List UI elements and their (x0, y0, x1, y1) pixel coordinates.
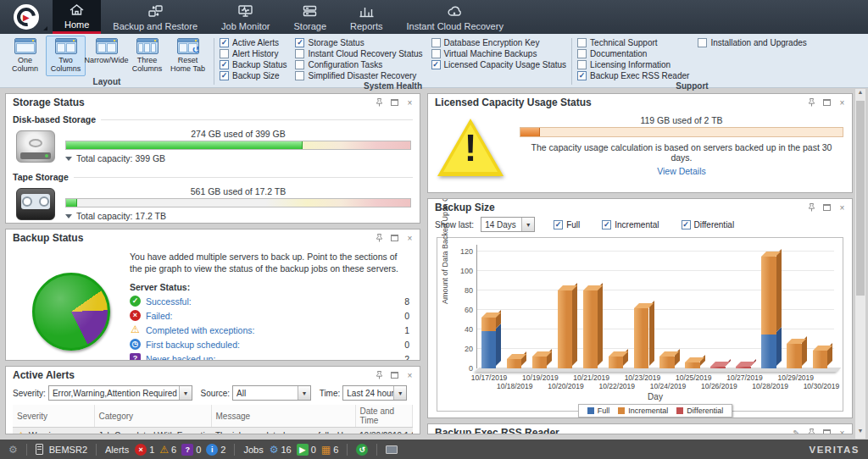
layout-button-one-column[interactable]: OneColumn (5, 36, 45, 76)
bar-segment-incremental[interactable] (532, 357, 547, 368)
bar-segment-differential[interactable] (710, 367, 725, 368)
system-health-checkbox-alert-history[interactable]: Alert History (220, 49, 287, 58)
system-health-checkbox-instant-cloud-recovery-status[interactable]: Instant Cloud Recovery Status (295, 49, 422, 58)
storage-capacity-row[interactable]: Total capacity: 399 GB (65, 153, 411, 163)
system-health-checkbox-active-alerts[interactable]: ✓Active Alerts (220, 38, 287, 47)
vertical-scrollbar[interactable]: ▲ ▼ (854, 88, 866, 440)
column-header-severity[interactable]: Severity (13, 405, 94, 428)
close-icon[interactable]: × (405, 371, 415, 379)
bar-segment-incremental[interactable] (787, 344, 801, 368)
bar-segment-incremental[interactable] (813, 351, 827, 368)
column-header-date-and-time[interactable]: Date and Time (355, 405, 413, 428)
chart-filter-checkbox-full[interactable]: ✓Full (554, 220, 580, 230)
maximize-icon[interactable] (823, 204, 831, 211)
alert-counter[interactable]: i2 (206, 444, 225, 456)
tab-home[interactable]: Home (53, 0, 101, 34)
scroll-up-arrow-icon[interactable]: ▲ (855, 89, 865, 100)
column-header-message[interactable]: Message (211, 405, 355, 428)
system-health-checkbox-backup-size[interactable]: ✓Backup Size (220, 71, 287, 80)
alert-counter[interactable]: ×1 (135, 444, 154, 456)
support-checkbox-licensing-information[interactable]: Licensing Information (577, 60, 689, 69)
pin-icon[interactable] (375, 371, 384, 379)
bar-segment-incremental[interactable] (609, 357, 623, 368)
server-status-label[interactable]: First backup scheduled: (146, 340, 240, 350)
maximize-icon[interactable] (823, 429, 831, 434)
server-status-label[interactable]: Failed: (146, 311, 173, 321)
computer-icon[interactable] (386, 445, 398, 454)
support-checkbox-backup-exec-rss-reader[interactable]: ✓Backup Exec RSS Reader (577, 71, 689, 80)
close-icon[interactable]: × (837, 203, 847, 212)
maximize-icon[interactable] (391, 235, 398, 241)
job-counter[interactable]: ▦6 (321, 445, 338, 455)
storage-capacity-row[interactable]: Total capacity: 17.2 TB (65, 211, 411, 221)
column-header-category[interactable]: Category (94, 405, 211, 428)
layout-button-reset-home-tab[interactable]: ↺ResetHome Tab (168, 36, 208, 76)
tab-storage[interactable]: Storage (282, 0, 339, 34)
layout-button-narrow-wide[interactable]: Narrow/Wide (86, 36, 126, 67)
bar-segment-incremental[interactable] (558, 290, 572, 368)
view-details-link[interactable]: View Details (520, 166, 843, 176)
bar-segment-incremental[interactable] (761, 257, 776, 335)
chart-filter-checkbox-incremental[interactable]: ✓Incremental (602, 220, 659, 230)
close-icon[interactable]: × (837, 429, 847, 434)
server-status-pie-chart[interactable] (32, 273, 110, 351)
close-icon[interactable]: × (405, 98, 415, 107)
server-status-label[interactable]: Completed with exceptions: (146, 325, 254, 335)
tab-label: Storage (294, 21, 327, 31)
server-name[interactable]: BEMSR2 (49, 445, 87, 455)
tab-job-monitor[interactable]: Job Monitor (209, 0, 281, 34)
alert-counter[interactable]: ?0 (181, 444, 201, 456)
scrollbar-thumb[interactable] (856, 101, 865, 296)
table-row[interactable]: ⚠WarningJob Completed With ExceptionsThe… (13, 428, 413, 435)
tab-instant-cloud-recovery[interactable]: Instant Cloud Recovery (395, 0, 515, 34)
bar-segment-differential[interactable] (736, 367, 750, 368)
layout-button-three-columns[interactable]: ThreeColumns (127, 36, 167, 76)
server-status-item: ×Failed:0 (130, 310, 409, 321)
pin-icon[interactable] (807, 98, 816, 107)
maximize-icon[interactable] (391, 99, 398, 106)
server-status-label[interactable]: Successful: (146, 296, 192, 307)
job-counter[interactable]: ⚙16 (270, 445, 292, 455)
alert-counter[interactable]: ⚠6 (159, 445, 176, 455)
scroll-down-arrow-icon[interactable]: ▼ (855, 428, 865, 439)
show-last-select[interactable]: 14 Days ▾ (481, 217, 535, 232)
filter-select-source[interactable]: All▾ (232, 385, 311, 401)
edit-icon[interactable]: ✎ (792, 429, 801, 434)
bar-segment-incremental[interactable] (481, 318, 496, 331)
tab-backup-and-restore[interactable]: Backup and Restore (101, 0, 209, 34)
close-icon[interactable]: × (837, 98, 847, 107)
tab-reports[interactable]: Reports (338, 0, 395, 34)
bar-segment-full[interactable] (761, 335, 776, 368)
chart-filter-checkbox-differential[interactable]: ✓Differential (682, 220, 735, 230)
system-health-checkbox-storage-status[interactable]: ✓Storage Status (295, 38, 422, 47)
bar-segment-full[interactable] (481, 331, 496, 368)
pin-icon[interactable] (375, 234, 384, 242)
app-menu-button[interactable]: ▶ (0, 0, 53, 34)
job-counter[interactable]: ▶0 (297, 444, 316, 456)
system-health-checkbox-database-encryption-key[interactable]: Database Encryption Key (431, 38, 567, 47)
bar-segment-incremental[interactable] (634, 308, 648, 368)
support-checkbox-installation-and-upgrades[interactable]: Installation and Upgrades (698, 38, 806, 47)
filter-select-time[interactable]: Last 24 hours▾ (342, 385, 407, 401)
pin-icon[interactable] (807, 429, 816, 434)
filter-select-severity[interactable]: Error,Warning,Attention Required▾ (48, 385, 192, 401)
pin-icon[interactable] (807, 203, 816, 212)
bar-segment-incremental[interactable] (583, 290, 598, 368)
maximize-icon[interactable] (823, 99, 831, 106)
pin-icon[interactable] (375, 98, 384, 107)
close-icon[interactable]: × (405, 234, 415, 242)
layout-button-two-columns[interactable]: TwoColumns (46, 36, 86, 76)
support-checkbox-documentation[interactable]: Documentation (577, 49, 689, 58)
connection-status-icon[interactable]: ↺ (356, 444, 368, 456)
system-health-checkbox-configuration-tasks[interactable]: Configuration Tasks (295, 60, 422, 69)
support-checkbox-technical-support[interactable]: Technical Support (577, 38, 689, 47)
server-status-label[interactable]: Never backed up: (146, 354, 215, 361)
system-health-checkbox-backup-status[interactable]: ✓Backup Status (220, 60, 287, 69)
bar-segment-incremental[interactable] (659, 357, 674, 368)
system-health-checkbox-simplified-disaster-recovery[interactable]: Simplified Disaster Recovery (295, 71, 422, 80)
maximize-icon[interactable] (391, 372, 398, 379)
system-health-checkbox-licensed-capacity-usage-status[interactable]: ✓Licensed Capacity Usage Status (431, 60, 567, 69)
bar-segment-incremental[interactable] (685, 362, 699, 368)
system-health-checkbox-virtual-machine-backups[interactable]: Virtual Machine Backups (431, 49, 567, 58)
bar-segment-incremental[interactable] (507, 359, 521, 368)
